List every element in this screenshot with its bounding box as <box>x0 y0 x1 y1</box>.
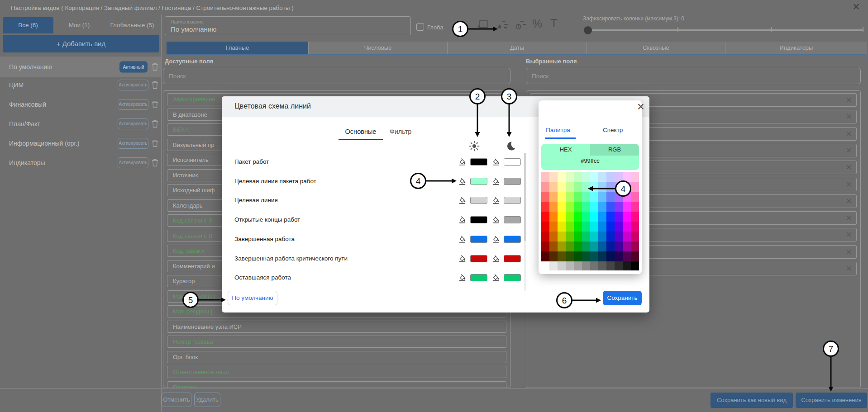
palette-gray-cell[interactable] <box>566 261 574 270</box>
dark-color-swatch[interactable] <box>504 255 521 262</box>
palette-color-cell[interactable] <box>606 232 615 242</box>
remove-field-icon[interactable]: × <box>846 128 852 140</box>
dark-bucket-icon[interactable] <box>492 235 500 243</box>
palette-color-cell[interactable] <box>598 222 606 232</box>
palette-color-cell[interactable] <box>623 212 631 222</box>
save-as-new-button[interactable]: Сохранить как новый вид <box>711 393 793 408</box>
palette-color-cell[interactable] <box>574 242 582 251</box>
light-bucket-icon[interactable] <box>458 216 466 223</box>
modal-tab-filter[interactable]: Фильтр <box>387 128 414 138</box>
palette-gray-cell[interactable] <box>606 261 615 270</box>
palette-color-cell[interactable] <box>582 192 590 202</box>
palette-color-cell[interactable] <box>574 212 582 222</box>
view-name-input[interactable] <box>170 25 398 33</box>
view-name-field[interactable]: Наименование <box>165 16 411 35</box>
remove-field-icon[interactable]: × <box>846 161 852 174</box>
light-color-swatch[interactable] <box>470 274 487 281</box>
palette-color-cell[interactable] <box>549 192 558 202</box>
sidebar-tab-global[interactable]: Глобальные (5) <box>105 17 159 33</box>
palette-color-cell[interactable] <box>566 172 574 182</box>
view-list-item[interactable]: ФинансовыйАктивировать <box>0 95 161 114</box>
hex-mode-button[interactable]: HEX <box>541 144 590 156</box>
activate-button[interactable]: Активировать <box>118 118 148 129</box>
dark-bucket-icon[interactable] <box>492 216 500 223</box>
default-colors-button[interactable]: По умолчанию <box>228 291 277 305</box>
fix-columns-slider[interactable] <box>585 29 863 31</box>
palette-color-cell[interactable] <box>558 222 566 232</box>
view-list-item[interactable]: Информационный (орг.)Активировать <box>0 134 161 153</box>
save-changes-button[interactable]: Сохранить изменения <box>796 393 867 408</box>
light-bucket-icon[interactable] <box>458 177 466 185</box>
palette-color-cell[interactable] <box>541 232 549 242</box>
palette-color-cell[interactable] <box>541 182 549 192</box>
palette-gray-cell[interactable] <box>574 261 582 270</box>
available-field-item[interactable]: Ответственное лицо <box>167 366 506 378</box>
palette-color-cell[interactable] <box>558 232 566 242</box>
light-color-swatch[interactable] <box>470 255 487 262</box>
activate-button[interactable]: Активировать <box>118 80 148 90</box>
palette-color-cell[interactable] <box>590 202 598 212</box>
palette-color-cell[interactable] <box>598 182 606 192</box>
palette-color-cell[interactable] <box>631 242 639 251</box>
palette-color-cell[interactable] <box>598 212 606 222</box>
palette-color-cell[interactable] <box>590 182 598 192</box>
activate-button[interactable]: Активировать <box>118 138 148 149</box>
dark-color-swatch[interactable] <box>504 178 521 185</box>
tab-through-fields[interactable]: Сквозные <box>587 42 725 54</box>
palette-color-cell[interactable] <box>598 251 606 261</box>
palette-color-cell[interactable] <box>590 192 598 202</box>
palette-color-cell[interactable] <box>615 202 623 212</box>
remove-field-icon[interactable]: × <box>846 178 852 191</box>
tab-numeric-fields[interactable]: Числовые <box>308 42 447 54</box>
palette-color-cell[interactable] <box>623 251 631 261</box>
tab-main-fields[interactable]: Главные <box>167 42 308 54</box>
tab-indicator-fields[interactable]: Индикаторы <box>725 42 867 54</box>
remove-field-icon[interactable]: × <box>846 144 852 157</box>
palette-selected-cell[interactable] <box>582 182 590 192</box>
palette-color-cell[interactable] <box>549 212 558 222</box>
palette-color-cell[interactable] <box>598 242 606 251</box>
palette-color-cell[interactable] <box>623 232 631 242</box>
add-view-button[interactable]: + Добавить вид <box>3 35 159 52</box>
palette-color-cell[interactable] <box>615 182 623 192</box>
available-search-input[interactable] <box>163 68 510 84</box>
palette-gray-cell[interactable] <box>631 261 639 270</box>
palette-color-cell[interactable] <box>582 222 590 232</box>
palette-color-cell[interactable] <box>541 212 549 222</box>
picker-tab-spectrum[interactable]: Спектр <box>603 127 623 136</box>
palette-color-cell[interactable] <box>615 242 623 251</box>
remove-field-icon[interactable]: × <box>846 228 852 241</box>
light-color-swatch[interactable] <box>470 197 487 204</box>
available-field-item[interactable]: Платежи <box>167 381 506 388</box>
light-color-swatch[interactable] <box>470 158 487 166</box>
palette-color-cell[interactable] <box>558 242 566 251</box>
palette-color-cell[interactable] <box>566 202 574 212</box>
palette-color-cell[interactable] <box>623 182 631 192</box>
palette-color-cell[interactable] <box>574 222 582 232</box>
palette-color-cell[interactable] <box>631 202 639 212</box>
palette-color-cell[interactable] <box>549 172 558 182</box>
palette-color-cell[interactable] <box>541 251 549 261</box>
modal-save-button[interactable]: Сохранить <box>603 291 642 305</box>
dark-color-swatch[interactable] <box>504 158 521 166</box>
palette-color-cell[interactable] <box>606 242 615 251</box>
palette-color-cell[interactable] <box>558 202 566 212</box>
palette-color-cell[interactable] <box>615 212 623 222</box>
percent-icon[interactable]: % <box>532 17 542 30</box>
view-list-item[interactable]: ЦИМАктивировать <box>0 76 161 95</box>
palette-color-cell[interactable] <box>615 222 623 232</box>
palette-color-cell[interactable] <box>631 192 639 202</box>
palette-color-cell[interactable] <box>566 182 574 192</box>
trash-icon[interactable] <box>152 140 158 147</box>
palette-color-cell[interactable] <box>615 192 623 202</box>
palette-color-cell[interactable] <box>541 192 549 202</box>
palette-color-cell[interactable] <box>566 232 574 242</box>
palette-color-cell[interactable] <box>574 251 582 261</box>
palette-color-cell[interactable] <box>549 202 558 212</box>
palette-color-cell[interactable] <box>574 172 582 182</box>
palette-color-cell[interactable] <box>566 222 574 232</box>
palette-gray-cell[interactable] <box>590 261 598 270</box>
palette-color-cell[interactable] <box>558 212 566 222</box>
palette-color-cell[interactable] <box>631 172 639 182</box>
light-bucket-icon[interactable] <box>458 274 466 281</box>
